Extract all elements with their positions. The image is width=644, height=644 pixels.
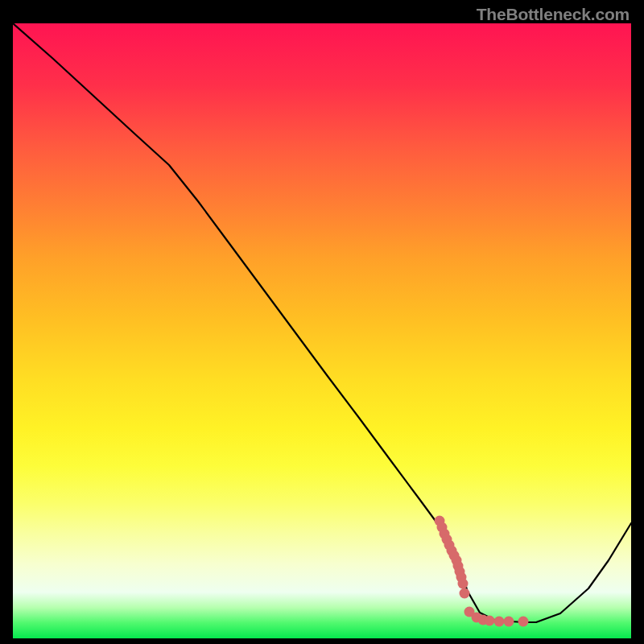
chart-svg	[13, 23, 631, 638]
chart-area	[13, 23, 631, 638]
highlight-dot	[458, 579, 469, 589]
watermark-text: TheBottleneck.com	[477, 5, 630, 24]
main-curve	[13, 23, 631, 622]
highlight-dots-group	[435, 516, 529, 627]
highlight-dot	[504, 617, 514, 627]
highlight-dot	[494, 617, 505, 627]
highlight-dot	[518, 617, 529, 627]
highlight-dot	[485, 616, 495, 626]
highlight-dot	[460, 588, 470, 599]
